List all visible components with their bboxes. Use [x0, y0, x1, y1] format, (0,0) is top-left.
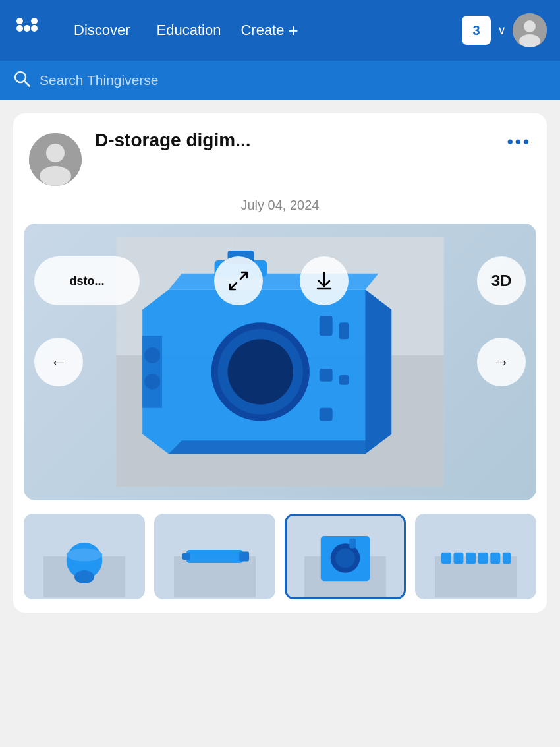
svg-point-2 — [31, 25, 38, 32]
svg-rect-53 — [503, 553, 511, 564]
svg-rect-39 — [239, 552, 249, 562]
thing-label-button[interactable]: dsto... — [34, 256, 140, 305]
svg-point-26 — [144, 347, 160, 363]
svg-point-44 — [335, 549, 355, 568]
download-button[interactable] — [300, 256, 349, 305]
site-logo[interactable] — [13, 15, 41, 47]
svg-rect-38 — [182, 553, 190, 560]
svg-point-11 — [46, 144, 65, 162]
search-bar — [0, 61, 560, 100]
svg-rect-50 — [466, 553, 476, 564]
expand-button[interactable] — [214, 256, 263, 305]
thing-title: D-storage digim... — [95, 129, 531, 152]
create-label: Create — [240, 22, 284, 39]
svg-rect-23 — [320, 408, 333, 421]
thing-date: July 04, 2024 — [13, 198, 547, 224]
svg-rect-52 — [490, 553, 500, 564]
thumbnail-1[interactable] — [24, 514, 145, 599]
view-3d-button[interactable]: 3D — [477, 256, 526, 305]
thumbnail-3[interactable] — [285, 514, 406, 599]
next-image-button[interactable]: → — [477, 338, 526, 386]
nav-education[interactable]: Education — [144, 22, 235, 39]
more-options-button[interactable]: ••• — [507, 132, 531, 152]
card-header: D-storage digim... ••• — [13, 113, 547, 193]
svg-rect-22 — [339, 375, 349, 385]
svg-rect-49 — [454, 553, 464, 564]
svg-rect-21 — [320, 369, 333, 382]
search-icon — [13, 70, 30, 91]
top-navigation: Discover Education Create + 3 ∨ — [0, 0, 560, 61]
svg-point-6 — [524, 20, 536, 32]
svg-rect-45 — [349, 539, 356, 549]
thing-title-area: D-storage digim... — [95, 129, 531, 156]
thing-card: D-storage digim... ••• July 04, 2024 — [13, 113, 547, 613]
nav-create[interactable]: Create + — [234, 20, 304, 41]
dropdown-chevron-icon[interactable]: ∨ — [497, 23, 506, 38]
next-icon: → — [493, 352, 510, 373]
svg-line-9 — [24, 81, 30, 86]
3d-label: 3D — [491, 272, 512, 290]
notifications-badge[interactable]: 3 — [462, 16, 491, 45]
svg-point-7 — [519, 34, 540, 47]
main-content: D-storage digim... ••• July 04, 2024 — [0, 100, 560, 639]
thumbnail-2[interactable] — [154, 514, 275, 599]
svg-point-1 — [24, 25, 30, 32]
svg-rect-20 — [339, 322, 349, 339]
svg-rect-48 — [441, 553, 451, 564]
svg-point-34 — [74, 570, 94, 583]
image-viewer: dsto... 3D ← — [24, 224, 536, 500]
svg-point-27 — [144, 374, 160, 390]
svg-point-0 — [16, 25, 23, 32]
svg-point-33 — [67, 549, 103, 562]
svg-rect-37 — [186, 550, 244, 563]
thumbnail-4[interactable] — [415, 514, 536, 599]
prev-icon: ← — [50, 352, 67, 373]
svg-point-12 — [40, 166, 71, 186]
user-avatar[interactable] — [513, 13, 547, 47]
svg-point-4 — [31, 18, 38, 24]
thumbnail-strip — [13, 500, 547, 613]
svg-rect-51 — [478, 553, 488, 564]
svg-rect-19 — [320, 316, 333, 336]
svg-point-3 — [16, 18, 23, 24]
create-plus-icon: + — [288, 20, 298, 41]
prev-image-button[interactable]: ← — [34, 338, 83, 386]
search-input[interactable] — [40, 73, 547, 88]
thing-creator-avatar[interactable] — [29, 133, 82, 186]
nav-discover[interactable]: Discover — [61, 22, 144, 39]
svg-point-18 — [227, 339, 293, 404]
